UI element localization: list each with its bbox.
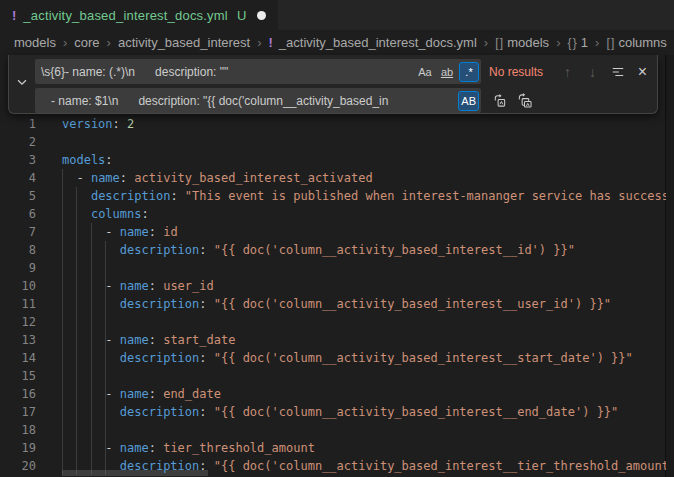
symbol-array-icon: [ ] <box>606 36 613 50</box>
line-number: 8 <box>0 241 36 259</box>
arrow-down-icon: ↓ <box>589 64 596 80</box>
breadcrumb-label: _activity_based_interest_docs.yml <box>279 35 477 50</box>
code-line-6[interactable]: 6 columns: <box>0 205 666 223</box>
breadcrumb-label: 1 <box>581 35 588 50</box>
line-content: - name: start_date <box>36 331 235 349</box>
close-find-button[interactable]: × <box>632 61 653 82</box>
code-line-17[interactable]: 17 description: "{{ doc('column__activit… <box>0 403 666 421</box>
breadcrumb-item-_activity_based_interest_docs.yml[interactable]: !_activity_based_interest_docs.yml <box>269 35 477 50</box>
regex-toggle[interactable]: .* <box>459 62 479 82</box>
editor-tab[interactable]: ! _activity_based_interest_docs.yml U <box>0 0 278 30</box>
breadcrumb-item-models[interactable]: [ ]models <box>495 35 549 50</box>
replace-input[interactable]: - name: $1\n description: "{{ doc('colum… <box>35 88 481 113</box>
line-content: columns: <box>36 205 149 223</box>
code-content[interactable]: 1version: 223models:4 - name: activity_b… <box>0 115 666 475</box>
symbol-object-icon: { } <box>567 36 575 50</box>
line-number: 17 <box>0 403 36 421</box>
line-content <box>36 367 62 385</box>
toggle-replace-button[interactable] <box>9 55 35 113</box>
preserve-case-toggle[interactable]: AB <box>458 91 479 111</box>
line-number: 6 <box>0 205 36 223</box>
code-line-2[interactable]: 2 <box>0 133 666 151</box>
breadcrumb-label: core <box>74 35 99 50</box>
line-number: 18 <box>0 421 36 439</box>
next-match-button[interactable]: ↓ <box>582 61 603 82</box>
replace-all-icon-button[interactable] <box>514 90 535 111</box>
line-number: 12 <box>0 313 36 331</box>
line-number: 2 <box>0 133 36 151</box>
breadcrumb-item-1[interactable]: { }1 <box>567 35 588 50</box>
line-number: 20 <box>0 457 36 475</box>
selection-lines-icon <box>611 65 625 79</box>
code-line-13[interactable]: 13 - name: start_date <box>0 331 666 349</box>
replace-all-icon <box>517 93 532 108</box>
breadcrumb-label: activity_based_interest <box>118 35 250 50</box>
line-number: 4 <box>0 169 36 187</box>
code-line-11[interactable]: 11 description: "{{ doc('column__activit… <box>0 295 666 313</box>
code-line-5[interactable]: 5 description: "This event is published … <box>0 187 666 205</box>
line-content: description: "{{ doc('column__activity_b… <box>36 241 575 259</box>
code-line-12[interactable]: 12 <box>0 313 666 331</box>
breadcrumb-label: models <box>507 35 549 50</box>
breadcrumb-separator-icon: › <box>484 35 488 50</box>
line-content: version: 2 <box>36 115 134 133</box>
arrow-up-icon: ↑ <box>564 64 571 80</box>
code-line-10[interactable]: 10 - name: user_id <box>0 277 666 295</box>
find-replace-widget: \s{6}- name: (.*)\n description: "" Aa a… <box>8 55 658 114</box>
vertical-scrollbar[interactable] <box>665 55 674 477</box>
line-content: description: "{{ doc('column__activity_b… <box>36 457 666 475</box>
code-line-9[interactable]: 9 <box>0 259 666 277</box>
line-content: - name: activity_based_interest_activate… <box>36 169 373 187</box>
git-status-badge: U <box>237 8 246 23</box>
breadcrumb-item-core[interactable]: core <box>74 35 99 50</box>
breadcrumb-item-columns[interactable]: [ ]columns <box>606 35 666 50</box>
modified-dot-indicator[interactable] <box>257 11 266 20</box>
line-content: description: "{{ doc('column__activity_b… <box>36 295 611 313</box>
whole-word-toggle[interactable]: ab <box>437 62 457 82</box>
match-case-toggle[interactable]: Aa <box>415 62 435 82</box>
line-content <box>36 313 62 331</box>
breadcrumb-separator-icon: › <box>107 35 111 50</box>
replace-value-text: - name: $1\n description: "{{ doc('colum… <box>41 94 456 108</box>
code-line-4[interactable]: 4 - name: activity_based_interest_activa… <box>0 169 666 187</box>
find-query-text: \s{6}- name: (.*)\n description: "" <box>41 65 413 79</box>
code-line-8[interactable]: 8 description: "{{ doc('column__activity… <box>0 241 666 259</box>
breadcrumb-item-models[interactable]: models <box>14 35 56 50</box>
symbol-array-icon: [ ] <box>495 36 502 50</box>
code-line-20[interactable]: 20 description: "{{ doc('column__activit… <box>0 457 666 475</box>
code-line-7[interactable]: 7 - name: id <box>0 223 666 241</box>
find-in-selection-button[interactable] <box>607 61 628 82</box>
tab-bar: ! _activity_based_interest_docs.yml U <box>0 0 674 30</box>
line-content: description: "This event is published wh… <box>36 187 666 205</box>
previous-match-button[interactable]: ↑ <box>557 61 578 82</box>
code-line-14[interactable]: 14 description: "{{ doc('column__activit… <box>0 349 666 367</box>
code-line-15[interactable]: 15 <box>0 367 666 385</box>
line-number: 5 <box>0 187 36 205</box>
yaml-file-icon: ! <box>269 35 273 50</box>
code-line-19[interactable]: 19 - name: tier_threshold_amount <box>0 439 666 457</box>
code-line-18[interactable]: 18 <box>0 421 666 439</box>
line-content: description: "{{ doc('column__activity_b… <box>36 403 618 421</box>
find-results-count: No results <box>489 65 543 79</box>
code-line-3[interactable]: 3models: <box>0 151 666 169</box>
code-line-1[interactable]: 1version: 2 <box>0 115 666 133</box>
breadcrumb-label: columns <box>618 35 666 50</box>
breadcrumb-item-activity_based_interest[interactable]: activity_based_interest <box>118 35 250 50</box>
line-content: - name: id <box>36 223 178 241</box>
code-line-16[interactable]: 16 - name: end_date <box>0 385 666 403</box>
breadcrumb-separator-icon: › <box>63 35 67 50</box>
line-number: 11 <box>0 295 36 313</box>
line-content: models: <box>36 151 113 169</box>
tab-filename: _activity_based_interest_docs.yml <box>23 8 228 23</box>
editor-pane[interactable]: 1version: 223models:4 - name: activity_b… <box>0 55 674 477</box>
line-number: 9 <box>0 259 36 277</box>
find-input[interactable]: \s{6}- name: (.*)\n description: "" Aa a… <box>35 59 481 84</box>
close-icon: × <box>638 63 647 81</box>
line-content: - name: end_date <box>36 385 221 403</box>
line-number: 13 <box>0 331 36 349</box>
yaml-file-icon: ! <box>12 8 16 23</box>
line-content <box>36 133 62 151</box>
line-content: - name: user_id <box>36 277 214 295</box>
line-number: 19 <box>0 439 36 457</box>
replace-button[interactable] <box>489 90 510 111</box>
